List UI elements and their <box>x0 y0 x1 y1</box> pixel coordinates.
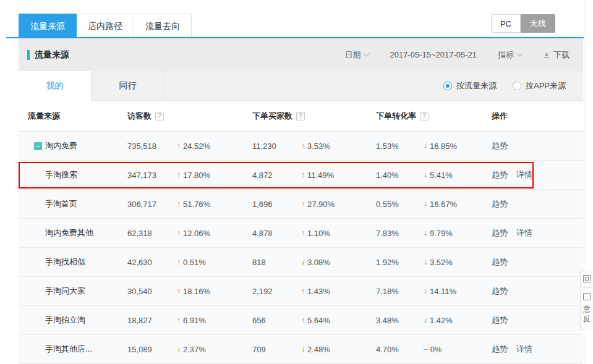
qr-code-icon[interactable] <box>583 275 591 282</box>
date-dropdown[interactable]: 日期 <box>344 49 369 61</box>
row-actions: 趋势 <box>492 198 583 210</box>
column-header-1: 访客数? <box>127 111 252 122</box>
help-icon[interactable]: ? <box>420 112 429 121</box>
down-arrow-icon: ↓ <box>424 200 427 208</box>
visitors-change: ↑17.80% <box>177 171 252 180</box>
conversion-change-value: 5.41% <box>430 171 453 180</box>
visitors-value: 30,540 <box>127 287 177 296</box>
radio-icon <box>443 82 452 90</box>
visitors-change-value: 0.51% <box>183 258 206 267</box>
up-arrow-icon: ↑ <box>177 258 181 266</box>
buyers-value: 1,696 <box>252 200 301 209</box>
radio-icon <box>513 82 521 90</box>
top-tab-0[interactable]: 流量来源 <box>19 14 77 38</box>
help-icon[interactable]: ? <box>296 112 305 121</box>
buyers-value: 4,872 <box>252 171 301 180</box>
radio-label: 按流量来源 <box>456 80 497 91</box>
up-arrow-icon: ↑ <box>301 287 305 295</box>
table-row[interactable]: 手淘首页306,717↑51.76%1,696↑27.90%0.55%↓16.6… <box>19 190 583 219</box>
buyers-value: 4,878 <box>252 229 301 238</box>
view-tab-1[interactable]: 同行 <box>92 71 164 100</box>
buyers-change-value: 2.48% <box>307 345 330 354</box>
visitors-change-value: 24.52% <box>183 142 210 151</box>
up-arrow-icon: ↑ <box>301 171 305 179</box>
buyers-change-value: 3.08% <box>307 258 330 267</box>
buyers-change: ↑1.10% <box>301 229 376 238</box>
view-tab-0[interactable]: 我的 <box>19 71 92 101</box>
conversion-value: 3.48% <box>376 316 424 325</box>
trend-link[interactable]: 趋势 <box>492 286 508 297</box>
conversion-value: 4.70% <box>376 345 424 354</box>
download-button[interactable]: 下载 <box>543 49 570 61</box>
column-header-4: 操作 <box>492 111 583 122</box>
source-name: 手淘问大家 <box>45 286 85 297</box>
down-arrow-icon: ↓ <box>301 258 305 266</box>
table-row[interactable]: 手淘找相似42,630↑0.51%818↓3.08%1.92%↓3.52%趋势 <box>19 248 583 277</box>
radio-option-0[interactable]: 按流量来源 <box>443 80 497 91</box>
page: 流量来源店内路径流量去向 PC无线 流量来源 日期 2017-05-15~201… <box>0 0 593 364</box>
up-arrow-icon: ↑ <box>177 229 181 237</box>
table-row[interactable]: 手淘其他店...15,089↓2.37%709↓2.48%4.70%–0%趋势详… <box>19 335 583 364</box>
up-arrow-icon: ↑ <box>301 229 305 237</box>
source-name: 手淘其他店... <box>45 344 92 355</box>
trend-link[interactable]: 趋势 <box>492 169 508 180</box>
trend-link[interactable]: 趋势 <box>492 344 508 355</box>
detail-link[interactable]: 详情 <box>516 169 532 180</box>
conversion-change: –0% <box>424 345 492 354</box>
conversion-change-value: 9.79% <box>430 229 453 238</box>
visitors-change: ↓2.37% <box>177 345 252 354</box>
source-name: 手淘找相似 <box>45 256 85 268</box>
row-name: 淘内免费 <box>19 140 127 151</box>
top-tab-2[interactable]: 流量去向 <box>134 14 192 38</box>
date-range[interactable]: 2017-05-15~2017-05-21 <box>390 50 477 59</box>
source-name: 淘内免费其他 <box>45 227 93 239</box>
trend-link[interactable]: 趋势 <box>492 140 508 151</box>
conversion-change-value: 16.67% <box>430 200 457 209</box>
help-icon[interactable]: ? <box>155 112 164 121</box>
radio-label: 按APP来源 <box>526 80 566 91</box>
tab-underline <box>6 37 593 38</box>
feedback-vertical-label: 意反 <box>583 304 593 324</box>
conversion-value: 1.53% <box>376 142 424 151</box>
source-name: 手淘搜索 <box>45 169 77 180</box>
table-row[interactable]: 淘内免费其他62,318↑12.06%4,878↑1.10%7.83%↓9.79… <box>19 219 583 248</box>
detail-link[interactable]: 详情 <box>516 344 532 355</box>
device-toggle-wireless[interactable]: 无线 <box>521 14 555 33</box>
feedback-char: 反 <box>583 314 593 324</box>
feedback-widget[interactable]: 意反 <box>580 271 593 329</box>
buyers-change-value: 27.90% <box>307 200 335 209</box>
main-card: 流量来源店内路径流量去向 PC无线 流量来源 日期 2017-05-15~201… <box>19 0 583 364</box>
section-header: 流量来源 日期 2017-05-15~2017-05-21 指标 下载 <box>19 38 583 71</box>
source-name: 手淘首页 <box>45 198 77 210</box>
conversion-change: ↓9.79% <box>424 229 492 238</box>
down-arrow-icon: ↓ <box>424 171 427 179</box>
row-actions: 趋势详情 <box>492 169 583 180</box>
table-row[interactable]: 手淘搜索347,173↑17.80%4,872↑11.49%1.40%↓5.41… <box>19 161 583 190</box>
visitors-change: ↑6.91% <box>177 316 252 325</box>
up-arrow-icon: ↑ <box>177 287 181 295</box>
table-row[interactable]: 手淘拍立淘18,827↑6.91%656↑5.64%3.48%↓1.42%趋势 <box>19 306 583 335</box>
radio-option-1[interactable]: 按APP来源 <box>513 80 566 91</box>
table-header-row: 流量来源访客数?下单买家数?下单转化率?操作 <box>19 101 583 132</box>
trend-link[interactable]: 趋势 <box>492 256 508 268</box>
row-name: 手淘问大家 <box>19 286 127 297</box>
collapse-minus-icon[interactable] <box>34 142 42 150</box>
table-row[interactable]: 手淘问大家30,540↑18.16%2,192↑1.43%7.18%↓14.11… <box>19 277 583 306</box>
detail-link[interactable]: 详情 <box>516 227 532 239</box>
down-arrow-icon: ↓ <box>424 287 427 295</box>
chevron-down-icon <box>517 51 523 57</box>
device-toggle-pc[interactable]: PC <box>491 14 521 33</box>
row-name: 手淘拍立淘 <box>19 315 127 326</box>
row-actions: 趋势 <box>492 315 583 326</box>
metric-dropdown[interactable]: 指标 <box>498 49 522 61</box>
feedback-form-icon[interactable] <box>583 293 591 300</box>
source-name: 手淘拍立淘 <box>45 315 85 326</box>
trend-link[interactable]: 趋势 <box>492 227 508 239</box>
top-tab-1[interactable]: 店内路径 <box>77 14 134 38</box>
visitors-value: 306,717 <box>127 200 177 209</box>
up-arrow-icon: ↑ <box>177 200 181 208</box>
trend-link[interactable]: 趋势 <box>492 315 508 326</box>
column-header-2: 下单买家数? <box>252 111 376 122</box>
table-row[interactable]: 淘内免费735,518↑24.52%11,230↑3.53%1.53%↓16.8… <box>19 132 583 161</box>
trend-link[interactable]: 趋势 <box>492 198 508 210</box>
